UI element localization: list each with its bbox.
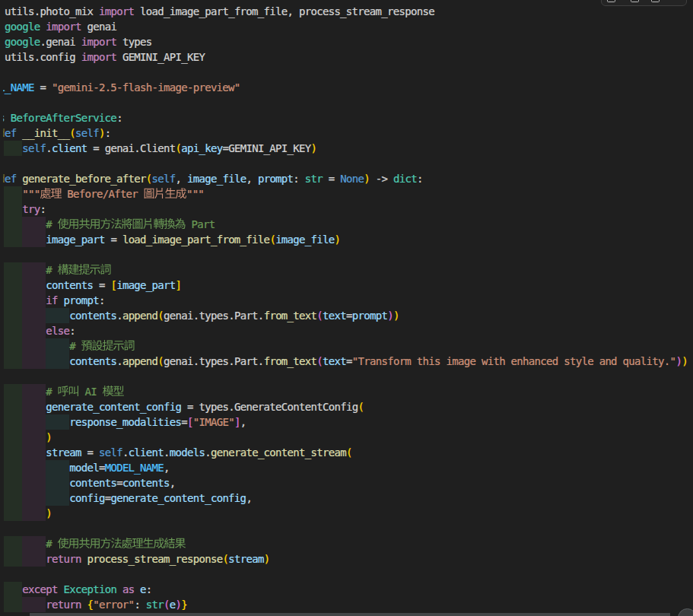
indent-rainbow-band (4, 232, 23, 247)
code-line: response_modalities=["IMAGE"], (0, 414, 693, 430)
code-line (0, 567, 693, 582)
code-token: # (46, 536, 57, 551)
indent-rainbow-band (4, 217, 23, 232)
indent-rainbow-band (22, 597, 46, 612)
indent-rainbow-band (4, 293, 23, 308)
indent-rainbow-band (22, 278, 46, 293)
code-line: else: (0, 323, 693, 338)
code-token: ) (393, 308, 399, 323)
code-token: ) (46, 506, 52, 521)
code-token: = (181, 414, 187, 430)
code-line: from google.genai import types (0, 34, 693, 49)
code-token: # (69, 338, 81, 354)
code-token: prompt (64, 293, 99, 308)
code-line: from utils.photo_mix import load_image_p… (0, 4, 693, 19)
code-token: try (22, 202, 40, 217)
code-token: self (99, 445, 122, 460)
indent-rainbow-band (46, 491, 69, 506)
code-area[interactable]: from utils.photo_mix import load_image_p… (0, 0, 693, 616)
layout-panel-icon[interactable] (631, 0, 639, 2)
code-token: genai.types.Part. (164, 308, 264, 323)
indent-rainbow-band (4, 186, 23, 202)
code-token: "error" (93, 597, 134, 612)
code-token: : (99, 293, 105, 308)
code-token: ( (146, 171, 152, 186)
code-token: """ (186, 186, 204, 202)
code-token: ( (157, 308, 164, 323)
indent-rainbow-band (22, 217, 46, 232)
indent-rainbow-band (4, 399, 23, 414)
code-token: prompt (258, 171, 293, 186)
code-token: self (22, 141, 46, 156)
code-token: { (87, 597, 93, 612)
code-line: # AI (0, 384, 693, 399)
code-token: . (122, 445, 129, 460)
code-token: types (122, 34, 152, 49)
code-token: response_modalities (69, 414, 181, 430)
code-line (0, 247, 693, 262)
indent-rainbow-band (22, 460, 46, 475)
code-token: contents (69, 308, 116, 323)
code-token: generate_content_config (46, 399, 181, 414)
code-token: from_text (264, 354, 317, 369)
layout-sidebar-left-icon[interactable] (607, 0, 615, 2)
code-token: return (46, 551, 87, 567)
indent-rainbow-band (4, 491, 23, 506)
code-token: ( (157, 354, 164, 369)
horizontal-scrollbar[interactable] (0, 613, 693, 616)
indent-rainbow-band (4, 460, 23, 475)
code-token: ef (5, 171, 22, 186)
indent-rainbow-band (46, 338, 69, 354)
code-line: class BeforeAfterService: (0, 110, 693, 125)
code-token: ] (176, 278, 182, 293)
indent-rainbow-band (22, 232, 46, 247)
code-token: . (205, 445, 211, 460)
code-token: client (129, 445, 164, 460)
code-line: config=generate_content_config, (0, 491, 693, 506)
indent-rainbow-band (22, 551, 46, 567)
code-line: self.client = genai.Client(api_key=GEMIN… (0, 141, 693, 156)
code-token: utils.photo_mix (5, 4, 99, 19)
code-token: genai.types.Part. (164, 354, 264, 369)
code-line: def __init__(self): (0, 125, 693, 141)
code-token: ( (316, 308, 323, 323)
code-token: = (346, 308, 352, 323)
code-token: contents (46, 278, 93, 293)
code-token: genai (87, 19, 116, 34)
code-token: = (116, 475, 122, 491)
code-token: ) (387, 308, 393, 323)
code-token: image_file (187, 171, 246, 186)
indent-rainbow-band (22, 354, 46, 369)
code-line: # Part (0, 217, 693, 232)
indent-rainbow-band (4, 141, 23, 156)
code-token: return (46, 597, 87, 612)
layout-sidebar-right-icon[interactable] (651, 0, 660, 2)
code-token: ( (358, 399, 364, 414)
code-token: . (46, 141, 52, 156)
code-token: # (46, 217, 57, 232)
code-token: .genai (40, 34, 81, 49)
horizontal-scrollbar-thumb[interactable] (30, 613, 669, 616)
code-token: ) (682, 354, 688, 369)
code-token: self (75, 125, 99, 141)
editor-surface[interactable]: from utils.photo_mix import load_image_p… (0, 0, 693, 616)
code-token: MODEL_NAME (105, 460, 164, 475)
code-token: # (46, 262, 57, 278)
code-token: Before/After (62, 186, 144, 202)
code-token: : (134, 597, 145, 612)
code-token: append (122, 308, 157, 323)
code-line: image_part = load_image_part_from_file(i… (0, 232, 693, 247)
code-line (0, 521, 693, 536)
code-token: model (69, 460, 99, 475)
code-token: import (99, 4, 140, 19)
code-token: ) (335, 232, 341, 247)
indent-rainbow-band (4, 354, 23, 369)
indent-rainbow-band (4, 384, 23, 399)
code-token: load_image_part_from_file (122, 232, 269, 247)
code-token: : (40, 202, 46, 217)
code-token: ) (264, 551, 270, 567)
code-token: ) (311, 141, 317, 156)
code-token: : (69, 323, 75, 338)
code-line: contents.append(genai.types.Part.from_te… (0, 354, 693, 369)
code-line: """ Before/After """ (0, 186, 693, 202)
